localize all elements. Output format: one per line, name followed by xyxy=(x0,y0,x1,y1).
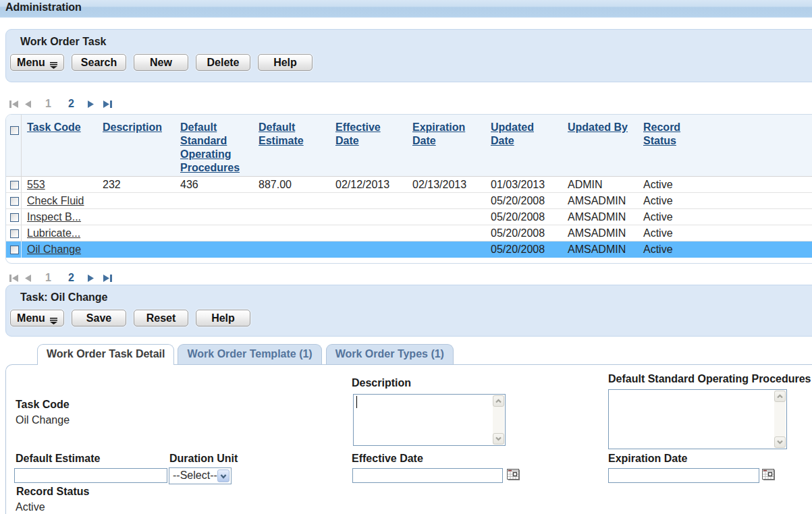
scroll-up-button[interactable] xyxy=(493,395,504,407)
tab-work-order-template[interactable]: Work Order Template (1) xyxy=(178,344,321,364)
column-header-task-code[interactable]: Task Code xyxy=(27,121,81,134)
duration-unit-label: Duration Unit xyxy=(169,453,238,465)
textarea-scrollbar[interactable] xyxy=(774,391,786,448)
table-cell-description xyxy=(97,225,175,241)
task-code-value: Oil Change xyxy=(16,414,70,426)
expiration-date-label: Expiration Date xyxy=(608,453,687,465)
task-code-label: Task Code xyxy=(16,399,70,411)
column-header-description[interactable]: Description xyxy=(103,121,162,134)
record-status-value: Active xyxy=(16,501,45,513)
table-cell-sop xyxy=(175,209,253,225)
spacer xyxy=(0,18,812,29)
table-cell-default_estimate xyxy=(253,209,330,225)
page-number-2[interactable]: 2 xyxy=(68,99,74,109)
help-button[interactable]: Help xyxy=(196,310,250,326)
search-button[interactable]: Search xyxy=(72,54,126,71)
table-cell-expiration_date xyxy=(407,241,485,258)
prev-page-icon[interactable] xyxy=(24,274,32,283)
select-all-checkbox[interactable] xyxy=(10,126,19,135)
scroll-down-button[interactable] xyxy=(774,436,786,448)
table-cell-filler xyxy=(713,225,812,241)
table-row: 553232436887.0002/12/201302/13/201301/03… xyxy=(6,177,812,193)
sop-textarea[interactable] xyxy=(608,389,787,449)
table-cell-updated_date: 05/20/2008 xyxy=(485,225,562,241)
menu-button-label: Menu xyxy=(17,312,45,324)
effective-date-input[interactable] xyxy=(352,468,503,483)
row-checkbox[interactable] xyxy=(10,213,19,222)
textarea-scrollbar[interactable] xyxy=(493,395,504,445)
pager-bottom: 1 2 xyxy=(9,273,812,283)
effective-date-calendar-icon[interactable] xyxy=(507,469,520,480)
page-title: Administration xyxy=(0,0,82,13)
column-header-default-estimate[interactable]: Default Estimate xyxy=(259,121,326,148)
row-checkbox[interactable] xyxy=(10,181,19,190)
record-status-label: Record Status xyxy=(16,486,89,498)
first-page-icon[interactable] xyxy=(9,274,20,283)
page-header: Administration xyxy=(0,0,812,18)
table-cell-updated_date: 05/20/2008 xyxy=(485,241,562,258)
prev-page-icon[interactable] xyxy=(24,100,32,109)
table-row: Inspect B...05/20/2008AMSADMINActive xyxy=(6,209,812,225)
table-cell-record_status: Active xyxy=(638,177,713,193)
task-detail-panel: Task: Oil Change Menu Save Reset Help xyxy=(5,285,812,337)
table-cell-default_estimate xyxy=(253,225,330,241)
duration-unit-select[interactable]: --Select-- xyxy=(169,467,232,484)
table-cell-record_status: Active xyxy=(638,193,713,209)
column-header-expiration-date[interactable]: Expiration Date xyxy=(412,121,481,148)
table-cell-sop xyxy=(175,225,253,241)
table-cell-expiration_date xyxy=(407,209,485,225)
help-button[interactable]: Help xyxy=(258,54,313,71)
next-page-icon[interactable] xyxy=(86,274,95,283)
table-cell-record_status: Active xyxy=(638,209,713,225)
delete-button[interactable]: Delete xyxy=(196,54,250,71)
description-textarea[interactable] xyxy=(353,394,506,446)
menu-dropdown-icon xyxy=(50,59,57,66)
reset-button[interactable]: Reset xyxy=(134,310,188,326)
row-checkbox[interactable] xyxy=(10,229,19,238)
task-code-link[interactable]: Lubricate... xyxy=(27,227,80,239)
table-cell-effective_date: 02/12/2013 xyxy=(330,177,407,193)
table-cell-updated_by: ADMIN xyxy=(562,177,638,193)
save-button[interactable]: Save xyxy=(72,310,126,326)
tab-work-order-types[interactable]: Work Order Types (1) xyxy=(326,344,454,364)
task-code-link[interactable]: Inspect B... xyxy=(27,211,81,223)
tab-work-order-task-detail[interactable]: Work Order Task Detail xyxy=(37,344,174,365)
default-estimate-input[interactable] xyxy=(14,468,167,483)
menu-button[interactable]: Menu xyxy=(10,54,64,71)
new-button[interactable]: New xyxy=(134,54,188,71)
duration-unit-selected-value: --Select-- xyxy=(173,469,217,482)
page-number-current: 1 xyxy=(45,273,51,283)
menu-button[interactable]: Menu xyxy=(10,310,64,326)
table-cell-sop: 436 xyxy=(175,177,253,193)
page-number-2[interactable]: 2 xyxy=(68,273,74,283)
row-checkbox[interactable] xyxy=(10,197,19,206)
column-header-updated-date[interactable]: Updated Date xyxy=(491,121,558,148)
default-estimate-label: Default Estimate xyxy=(16,453,100,465)
column-header-effective-date[interactable]: Effective Date xyxy=(335,121,403,148)
select-dropdown-arrow-icon xyxy=(217,469,229,482)
text-caret xyxy=(356,396,357,408)
last-page-icon[interactable] xyxy=(101,274,113,283)
task-code-link[interactable]: Oil Change xyxy=(27,244,81,255)
next-page-icon[interactable] xyxy=(86,100,95,109)
table-cell-updated_by: AMSADMIN xyxy=(562,193,638,209)
column-header-updated-by[interactable]: Updated By xyxy=(568,121,628,134)
table-cell-updated_by: AMSADMIN xyxy=(562,241,638,258)
table-cell-updated_date: 01/03/2013 xyxy=(485,177,562,193)
task-code-link[interactable]: 553 xyxy=(27,179,45,190)
table-cell-description: 232 xyxy=(97,177,175,193)
task-code-link[interactable]: Check Fluid xyxy=(27,195,84,206)
row-checkbox[interactable] xyxy=(10,246,19,254)
column-header-record-status[interactable]: Record Status xyxy=(643,121,709,148)
scroll-down-button[interactable] xyxy=(493,433,504,445)
table-cell-record_status: Active xyxy=(638,241,713,258)
last-page-icon[interactable] xyxy=(101,100,113,109)
scroll-up-button[interactable] xyxy=(774,391,786,402)
column-header-sop[interactable]: Default Standard Operating Procedures xyxy=(180,121,249,175)
first-page-icon[interactable] xyxy=(9,100,20,109)
expiration-date-input[interactable] xyxy=(608,468,759,483)
panel-title: Work Order Task xyxy=(6,30,812,48)
table-cell-expiration_date xyxy=(407,193,485,209)
expiration-date-calendar-icon[interactable] xyxy=(762,469,775,480)
table-row: Oil Change05/20/2008AMSADMINActive xyxy=(6,241,812,258)
